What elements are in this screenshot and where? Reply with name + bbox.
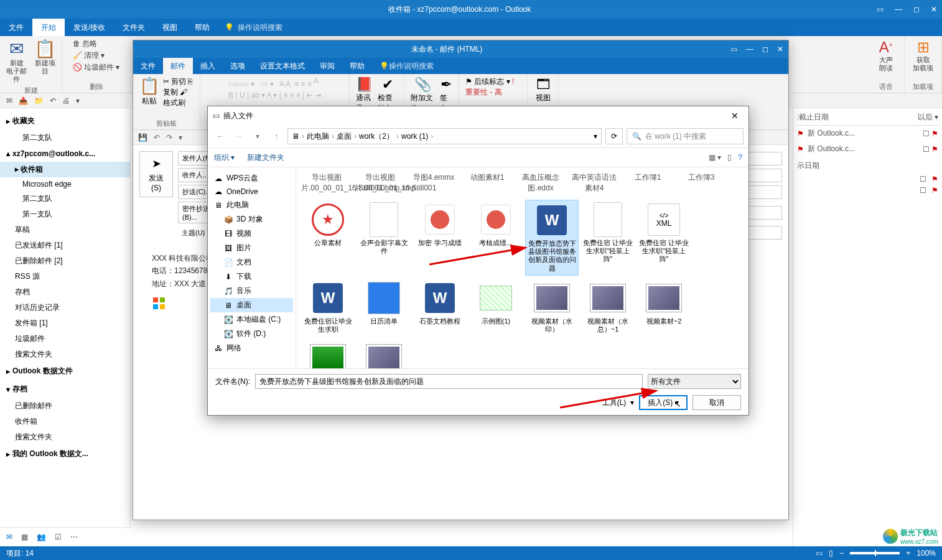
nav-folder[interactable]: 第二支队 <box>0 191 130 207</box>
dialog-search-input[interactable]: 🔍在 work (1) 中搜索 <box>627 128 744 144</box>
view-reading-icon[interactable]: ▯ <box>829 549 833 558</box>
file-item[interactable]: 会声会影字幕文件 <box>357 200 411 276</box>
tree-item[interactable]: 🖼图片 <box>210 241 293 255</box>
tab-home[interactable]: 开始 <box>32 19 65 36</box>
mail-view-icon[interactable]: ✉ <box>6 533 12 541</box>
cqat-redo-icon[interactable]: ↷ <box>166 133 172 142</box>
nav-folder[interactable]: 第一支队 <box>0 207 130 222</box>
archive-item[interactable]: 搜索文件夹 <box>0 429 130 445</box>
nav-folder[interactable]: 已删除邮件 [2] <box>0 253 130 269</box>
maximize-icon[interactable]: ◻ <box>913 5 920 14</box>
tree-item[interactable]: 💽软件 (D:) <box>210 327 293 341</box>
filetype-select[interactable]: 所有文件 <box>648 374 741 389</box>
ctab-review[interactable]: 审阅 <box>312 58 342 74</box>
tree-item[interactable]: ☁OneDrive <box>210 185 293 198</box>
people-view-icon[interactable]: 👥 <box>37 533 46 541</box>
file-item[interactable]: 视频素材2~2 <box>357 338 411 368</box>
qat-sendall-icon[interactable]: 📤 <box>19 96 28 105</box>
send-button[interactable]: ➤ 发送 (S) <box>139 151 173 197</box>
ctab-format[interactable]: 设置文本格式 <box>253 58 312 74</box>
file-item[interactable]: 考核成绩... <box>469 200 523 276</box>
file-item-clipped[interactable]: 高血压概念图.eddx <box>515 172 566 194</box>
file-item-clipped[interactable]: 工作簿3 <box>676 172 727 194</box>
tab-folder[interactable]: 文件夹 <box>114 19 154 36</box>
filter-link[interactable]: 以后 ▾ <box>918 112 938 123</box>
tree-item[interactable]: 🎵音乐 <box>210 284 293 298</box>
account-header[interactable]: ▴ xz7pccom@outlook.c... <box>0 146 130 162</box>
cancel-button[interactable]: 取消 <box>693 395 741 410</box>
read-aloud-button[interactable]: A»大声 朗读 <box>879 39 893 72</box>
file-item[interactable]: 日历清单 <box>357 278 411 336</box>
file-item[interactable]: W石墨文档教程 <box>413 278 467 336</box>
new-email-button[interactable]: ✉新建 电子邮件 <box>5 39 29 84</box>
compose-tell-me[interactable]: 💡 操作说明搜索 <box>372 58 441 74</box>
back-icon[interactable]: ← <box>213 129 228 144</box>
dialog-close-icon[interactable]: ✕ <box>726 110 744 122</box>
file-item[interactable]: ★公章素材 <box>301 200 355 276</box>
fav-item[interactable]: 第二支队 <box>0 130 130 146</box>
breadcrumb[interactable]: 🖥› 此电脑› 桌面› work（2）› work (1)› ▾ <box>287 128 602 144</box>
nav-folder[interactable]: 对话历史记录 <box>0 300 130 315</box>
file-item[interactable]: W免费住宿让毕业生求职 <box>301 278 355 336</box>
file-item[interactable]: 视频素材（水总）~1 <box>581 278 635 336</box>
ribbon-options-icon[interactable]: ▭ <box>877 5 884 14</box>
minimize-icon[interactable]: — <box>895 5 902 14</box>
archive-item[interactable]: 已删除邮件 <box>0 398 130 414</box>
view-normal-icon[interactable]: ▭ <box>816 549 823 558</box>
file-item[interactable]: W免费开放态势下县级图书馆服务创新及面临的问题 <box>525 200 579 276</box>
tree-item[interactable]: 🖧网络 <box>210 341 293 355</box>
clean-button[interactable]: 🧹 清理 ▾ <box>73 50 120 61</box>
tree-item[interactable]: 🖥此电脑 <box>210 198 293 212</box>
nav-folder[interactable]: 发件箱 [1] <box>0 315 130 331</box>
file-item[interactable]: 加密 学习成绩 <box>413 200 467 276</box>
qat-print-icon[interactable]: 🖨 <box>62 96 70 105</box>
tab-sendreceive[interactable]: 发送/接收 <box>65 19 114 36</box>
nav-folder[interactable]: RSS 源 <box>0 269 130 284</box>
file-item[interactable]: 示例图(1) <box>469 278 523 336</box>
tab-file[interactable]: 文件 <box>0 19 32 36</box>
file-item-clipped[interactable]: 导出视图片.00_00_01_16.Still001 <box>355 172 406 194</box>
compose-minimize-icon[interactable]: — <box>746 45 753 54</box>
file-item[interactable]: 免费住宿 让毕业生求职"轻装上阵" <box>581 200 635 276</box>
file-item[interactable]: 视频素材（水印） <box>525 278 579 336</box>
zoom-out-icon[interactable]: − <box>839 549 844 558</box>
more-view-icon[interactable]: ⋯ <box>70 533 78 541</box>
file-item[interactable]: 视频素材~2 <box>637 278 691 336</box>
file-item-clipped[interactable]: 导出视图片.00_00_01_16.Still001.bmp.xmp <box>301 172 352 194</box>
ctab-insert[interactable]: 插入 <box>193 58 223 74</box>
ctab-message[interactable]: 邮件 <box>163 58 193 74</box>
paste-button[interactable]: 📋粘贴 <box>139 77 159 106</box>
cqat-more-icon[interactable]: ▾ <box>179 133 182 142</box>
ignore-button[interactable]: 🗑 忽略 <box>73 39 120 49</box>
todo-item[interactable]: ⚑新 Outlook.c...☐ ⚑ <box>797 141 938 157</box>
zoom-in-icon[interactable]: + <box>906 549 910 558</box>
file-item-clipped[interactable]: 动图素材1 <box>462 172 513 194</box>
cqat-save-icon[interactable]: 💾 <box>138 133 147 142</box>
compose-close-icon[interactable]: ✕ <box>777 45 783 54</box>
preview-pane-icon[interactable]: ▯ <box>727 153 732 162</box>
calendar-view-icon[interactable]: ▦ <box>21 533 28 541</box>
tab-help[interactable]: 帮助 <box>186 19 218 36</box>
nav-folder[interactable]: 搜索文件夹 <box>0 347 130 362</box>
nav-folder[interactable]: 存档 <box>0 284 130 300</box>
compose-ribbon-opts-icon[interactable]: ▭ <box>730 45 737 54</box>
organize-button[interactable]: 组织 ▾ <box>214 152 235 163</box>
tools-button[interactable]: 工具(L) ▾ <box>602 398 634 408</box>
nav-folder[interactable]: ▸ 收件箱 <box>0 162 130 177</box>
archive-header[interactable]: ▾ 存档 <box>0 380 130 398</box>
history-icon[interactable]: ▾ <box>250 129 265 144</box>
cut-button[interactable]: ✂ 剪切 <box>163 77 186 86</box>
tab-view[interactable]: 视图 <box>154 19 186 36</box>
up-icon[interactable]: ↑ <box>269 129 284 144</box>
forward-icon[interactable]: → <box>231 129 246 144</box>
datafiles-header[interactable]: ▸ Outlook 数据文件 <box>0 362 130 380</box>
qat-more-icon[interactable]: ▾ <box>76 96 80 105</box>
ctab-help[interactable]: 帮助 <box>342 58 372 74</box>
tree-item[interactable]: 💽本地磁盘 (C:) <box>210 312 293 327</box>
ctab-options[interactable]: 选项 <box>223 58 253 74</box>
ctab-file[interactable]: 文件 <box>133 58 163 74</box>
followup-button[interactable]: ⚑ 后续标志 ▾ <box>465 77 510 86</box>
tree-item[interactable]: ⬇下载 <box>210 269 293 284</box>
file-item-clipped[interactable]: 导图4.emmx <box>408 172 459 194</box>
mydata-header[interactable]: ▸ 我的 Outlook 数据文... <box>0 445 130 463</box>
